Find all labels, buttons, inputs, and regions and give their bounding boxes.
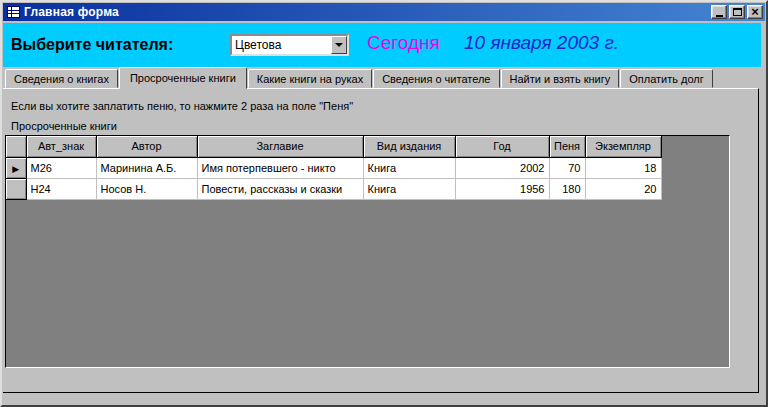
today-label: Сегодня (367, 32, 440, 54)
tab-kakie-knigi-na-rukah[interactable]: Какие книги на руках (248, 69, 372, 88)
row-selector-header[interactable] (6, 136, 26, 157)
cell-ekzemplyar[interactable]: 20 (585, 178, 661, 199)
close-icon: × (751, 7, 759, 17)
tab-svedeniya-o-chitatele[interactable]: Сведения о читателе (373, 69, 499, 88)
column-header-ekzemplyar[interactable]: Экземпляр (585, 136, 661, 157)
tab-svedeniya-o-knigah[interactable]: Сведения о книгах (5, 69, 118, 88)
cell-penya[interactable]: 70 (549, 157, 585, 178)
tab-najti-i-vzyat-knigu[interactable]: Найти и взять книгу (501, 69, 620, 88)
close-button[interactable]: × (747, 5, 763, 19)
table-header-row: Авт_знак Автор Заглавие Вид издания Год … (6, 136, 661, 157)
current-date-text: 10 января 2003 г. (464, 32, 619, 54)
reader-combobox-value: Цветова (232, 38, 331, 52)
reader-select-label: Выберите читателя: (11, 36, 173, 54)
maximize-icon (733, 8, 742, 16)
cell-avtor[interactable]: Носов Н. (96, 178, 197, 199)
overdue-books-table: Авт_знак Автор Заглавие Вид издания Год … (6, 136, 662, 200)
cell-god[interactable]: 1956 (455, 178, 549, 199)
maximize-button[interactable] (729, 5, 745, 19)
tab-oplatit-dolg[interactable]: Оплатить долг (620, 69, 713, 88)
overdue-books-datasheet: Авт_знак Автор Заглавие Вид издания Год … (5, 135, 730, 368)
window-title: Главная форма (24, 5, 711, 19)
row-selector-current[interactable]: ▶ (6, 157, 26, 178)
cell-vid-izdaniya[interactable]: Книга (363, 157, 455, 178)
column-header-zaglavie[interactable]: Заглавие (197, 136, 363, 157)
tab-page-overdue-books: Если вы хотите заплатить пеню, то нажмит… (3, 88, 759, 393)
table-row: ▶ М26 Маринина А.Б. Имя потерпевшего - н… (6, 157, 661, 178)
cell-avt-znak[interactable]: Н24 (26, 178, 96, 199)
reader-combobox[interactable]: Цветова (230, 34, 349, 56)
table-row: Н24 Носов Н. Повести, рассказы и сказки … (6, 178, 661, 199)
main-form-window: Главная форма × Выберите читателя: Цвето… (0, 0, 768, 407)
tab-prosrochennye-knigi[interactable]: Просроченные книги (119, 67, 247, 89)
minimize-icon (716, 15, 723, 17)
current-record-arrow: ▶ (12, 164, 19, 174)
penalty-hint-text: Если вы хотите заплатить пеню, то нажмит… (11, 100, 353, 112)
form-grid-icon (7, 6, 20, 18)
tab-strip: Сведения о книгах Просроченные книги Как… (3, 66, 714, 88)
column-header-avt-znak[interactable]: Авт_знак (26, 136, 96, 157)
overdue-books-label: Просроченные книги (11, 120, 117, 132)
title-bar: Главная форма × (3, 3, 765, 21)
cell-avtor[interactable]: Маринина А.Б. (96, 157, 197, 178)
cell-zaglavie[interactable]: Имя потерпевшего - никто (197, 157, 363, 178)
header-banner: Выберите читателя: Цветова Сегодня 10 ян… (3, 23, 761, 67)
cell-god[interactable]: 2002 (455, 157, 549, 178)
chevron-down-icon (335, 43, 343, 47)
combobox-dropdown-button[interactable] (331, 36, 347, 54)
cell-ekzemplyar[interactable]: 18 (585, 157, 661, 178)
cell-avt-znak[interactable]: М26 (26, 157, 96, 178)
minimize-button[interactable] (711, 5, 727, 19)
column-header-avtor[interactable]: Автор (96, 136, 197, 157)
cell-penya[interactable]: 180 (549, 178, 585, 199)
cell-vid-izdaniya[interactable]: Книга (363, 178, 455, 199)
column-header-god[interactable]: Год (455, 136, 549, 157)
row-selector[interactable] (6, 178, 26, 199)
cell-zaglavie[interactable]: Повести, рассказы и сказки (197, 178, 363, 199)
column-header-vid-izdaniya[interactable]: Вид издания (363, 136, 455, 157)
column-header-penya[interactable]: Пеня (549, 136, 585, 157)
